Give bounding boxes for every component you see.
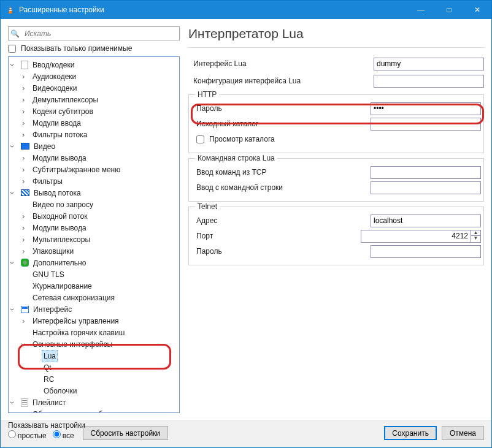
tree-node-video-codecs[interactable]: Видеокодеки xyxy=(9,82,179,94)
video-icon xyxy=(21,143,29,150)
spin-down-icon[interactable]: ▼ xyxy=(471,236,480,242)
tree-node-stream-filters[interactable]: Фильтры потока xyxy=(9,129,179,140)
close-button[interactable]: ✕ xyxy=(463,1,491,19)
chevron-right-icon[interactable] xyxy=(22,106,31,117)
tree-node-qt[interactable]: Qt xyxy=(9,362,179,373)
http-browse-input[interactable] xyxy=(196,135,204,143)
advanced-preferences-window: Расширенные настройки — □ ✕ 🔍 Показывать… xyxy=(0,0,492,448)
tree-node-sout[interactable]: Выходной поток xyxy=(9,210,179,222)
only-applicable-checkbox[interactable]: Показывать только применимые xyxy=(8,44,180,53)
spinner-buttons[interactable]: ▲ ▼ xyxy=(471,230,481,243)
chevron-right-icon[interactable] xyxy=(22,211,31,222)
settings-page: Интерпретатор Lua Интерфейс Lua Конфигур… xyxy=(188,26,484,413)
minimize-button[interactable]: — xyxy=(407,1,435,19)
tree-node-main-interfaces[interactable]: Основные интерфейсы xyxy=(9,338,179,350)
footer: Показывать настройки простые все Сбросит… xyxy=(1,420,491,447)
tree-node-stream-output[interactable]: Вывод потока xyxy=(9,187,179,199)
chevron-right-icon[interactable] xyxy=(22,153,31,164)
search-input[interactable] xyxy=(21,28,179,39)
cli-cmdline-input[interactable] xyxy=(371,181,481,194)
tree-node-audio-codecs[interactable]: Аудиокодеки xyxy=(9,70,179,82)
footer-right-buttons: Сохранить Отмена xyxy=(384,426,484,440)
tree-node-video[interactable]: Видео xyxy=(9,140,179,152)
chevron-right-icon[interactable] xyxy=(22,222,31,233)
tree-node-service-discovery[interactable]: Обнаружение служб xyxy=(9,408,179,413)
tree-node-playlist[interactable]: Плейлист xyxy=(9,397,179,408)
cli-tcp-input[interactable] xyxy=(371,166,481,179)
tree-node-output-modules[interactable]: Модули вывода xyxy=(9,152,179,164)
radio-all-input[interactable] xyxy=(53,430,61,438)
tree-node-logging[interactable]: Журналирование xyxy=(9,280,179,292)
chevron-right-icon[interactable] xyxy=(22,83,31,94)
tree-node-demuxers[interactable]: Демультиплексоры xyxy=(9,94,179,105)
telnet-password-row: Пароль xyxy=(196,245,481,258)
tree-node-output-modules2[interactable]: Модули вывода xyxy=(9,222,179,233)
tree-node-skins[interactable]: Оболочки xyxy=(9,385,179,397)
tree-node-control-interfaces[interactable]: Интерфейсы управления xyxy=(9,315,179,327)
tree-node-netsync[interactable]: Сетевая синхронизация xyxy=(9,292,179,303)
telnet-host-row: Адрес xyxy=(196,214,481,227)
lua-interface-input[interactable] xyxy=(374,58,484,70)
chevron-down-icon[interactable] xyxy=(11,188,20,199)
radio-simple-input[interactable] xyxy=(8,430,16,438)
telnet-port-input[interactable] xyxy=(361,230,471,243)
chevron-right-icon[interactable] xyxy=(22,234,31,245)
tree-node-vod[interactable]: Видео по запросу xyxy=(9,199,179,210)
left-pane: 🔍 Показывать только применимые Ввод/коде… xyxy=(8,26,180,413)
tree-node-access-modules[interactable]: Модули ввода xyxy=(9,117,179,129)
cancel-button[interactable]: Отмена xyxy=(442,426,484,440)
telnet-host-input[interactable] xyxy=(371,215,481,227)
reset-button[interactable]: Сбросить настройки xyxy=(83,426,168,440)
only-applicable-label: Показывать только применимые xyxy=(21,44,132,53)
chevron-right-icon[interactable] xyxy=(22,129,31,140)
only-applicable-input[interactable] xyxy=(8,45,16,53)
chevron-right-icon[interactable] xyxy=(22,71,31,82)
settings-tree[interactable]: Ввод/кодеки Аудиокодеки Видеокодеки Дему… xyxy=(8,56,180,413)
chevron-down-icon[interactable] xyxy=(11,304,20,315)
tree-node-packetizers[interactable]: Упаковщики xyxy=(9,245,179,257)
chevron-right-icon[interactable] xyxy=(22,246,31,257)
chevron-right-icon[interactable] xyxy=(22,118,31,129)
radio-simple[interactable]: простые xyxy=(8,430,47,440)
radio-all[interactable]: все xyxy=(53,430,74,440)
telnet-password-input[interactable] xyxy=(371,245,481,258)
tree-node-subtitle-codecs[interactable]: Кодеки субтитров xyxy=(9,105,179,117)
telnet-port-spinner[interactable]: ▲ ▼ xyxy=(361,230,481,243)
tree-node-rc[interactable]: RC xyxy=(9,373,179,385)
chevron-down-icon[interactable] xyxy=(11,59,20,70)
http-password-input[interactable] xyxy=(371,102,481,115)
lua-config-label: Конфигурация интерфейса Lua xyxy=(193,77,374,85)
divider xyxy=(188,47,484,48)
lua-interface-row: Интерфейс Lua xyxy=(193,57,484,70)
chevron-down-icon[interactable] xyxy=(11,141,20,152)
http-legend: HTTP xyxy=(195,90,219,99)
chevron-right-icon[interactable] xyxy=(22,409,31,414)
tree-node-advanced[interactable]: Дополнительно xyxy=(9,257,179,268)
lua-config-input[interactable] xyxy=(374,75,484,88)
tree-node-hotkeys[interactable]: Настройка горячих клавиш xyxy=(9,327,179,338)
tree-node-interface[interactable]: Интерфейс xyxy=(9,303,179,315)
chevron-right-icon[interactable] xyxy=(22,164,31,175)
chevron-right-icon[interactable] xyxy=(22,316,31,327)
folder-icon xyxy=(21,61,28,69)
search-box[interactable]: 🔍 xyxy=(8,26,180,40)
tree-node-muxers[interactable]: Мультиплексоры xyxy=(9,233,179,245)
http-dir-input[interactable] xyxy=(371,118,481,131)
chevron-down-icon[interactable] xyxy=(11,397,20,408)
chevron-down-icon[interactable] xyxy=(22,339,31,350)
tree-node-lua[interactable]: Lua xyxy=(9,350,179,362)
page-title: Интерпретатор Lua xyxy=(188,26,484,47)
chevron-right-icon[interactable] xyxy=(22,94,31,105)
chevron-right-icon[interactable] xyxy=(22,176,31,187)
maximize-button[interactable]: □ xyxy=(435,1,463,19)
chevron-down-icon[interactable] xyxy=(11,257,20,268)
cli-cmdline-label: Ввод с командной строки xyxy=(196,183,371,192)
http-browse-checkbox[interactable]: Просмотр каталога xyxy=(196,132,481,146)
stream-output-icon xyxy=(21,189,29,196)
tree-node-input-codecs[interactable]: Ввод/кодеки xyxy=(9,59,179,70)
tree-node-gnutls[interactable]: GNU TLS xyxy=(9,268,179,280)
tree-node-filters[interactable]: Фильтры xyxy=(9,175,179,187)
tree-node-subtitles-osd[interactable]: Субтитры/экранное меню xyxy=(9,164,179,175)
save-button[interactable]: Сохранить xyxy=(384,426,437,440)
cli-tcp-row: Ввод команд из TCP xyxy=(196,165,481,179)
